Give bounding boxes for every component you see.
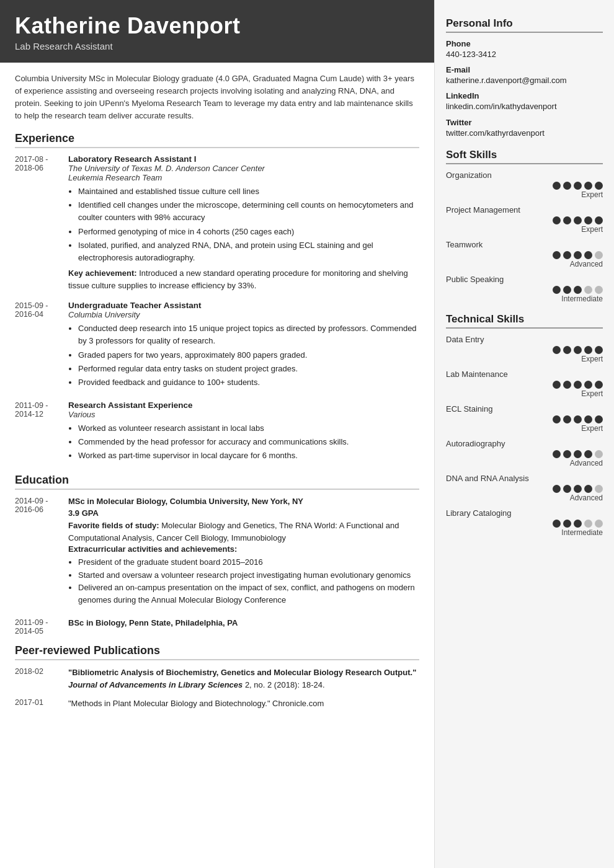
skill-dots xyxy=(553,251,603,259)
skill-dots xyxy=(553,520,603,528)
filled-dot xyxy=(574,216,582,224)
skill-dots-wrap: Expert xyxy=(446,182,603,199)
publication-item: 2018-02"Bibliometric Analysis of Biochem… xyxy=(15,666,419,691)
publications-section-title: Peer-reviewed Publications xyxy=(15,644,419,660)
skill-dots-wrap: Intermediate xyxy=(446,520,603,537)
filled-dot xyxy=(574,182,582,190)
filled-dot xyxy=(595,182,603,190)
job-title: Lab Research Assistant xyxy=(15,41,419,51)
exp-bullet-item: Worked as volunteer research assistant i… xyxy=(78,422,419,435)
exp-date: 2017-08 - 2018-06 xyxy=(15,154,68,292)
pub-date: 2018-02 xyxy=(15,666,68,691)
filled-dot xyxy=(553,286,561,294)
skill-dots xyxy=(553,346,603,354)
edu-degree: BSc in Biology, Penn State, Philadelphia… xyxy=(68,618,419,629)
filled-dot xyxy=(574,450,582,458)
experience-item: 2011-09 - 2014-12Research Assistant Expe… xyxy=(15,401,419,465)
skill-dots xyxy=(553,415,603,423)
skill-name: Public Speaking xyxy=(446,275,603,284)
pub-content: "Methods in Plant Molecular Biology and … xyxy=(68,698,419,710)
skill-dots-wrap: Expert xyxy=(446,415,603,433)
publication-item: 2017-01"Methods in Plant Molecular Biolo… xyxy=(15,698,419,710)
exp-bullet-item: Commended by the head professor for accu… xyxy=(78,436,419,448)
skill-level: Expert xyxy=(581,355,603,363)
edu-bullet-item: President of the graduate student board … xyxy=(78,556,419,569)
twitter-label: Twitter xyxy=(446,118,603,127)
skill-name: Library Cataloging xyxy=(446,508,603,518)
exp-bullet-item: Performed genotyping of mice in 4 cohort… xyxy=(78,226,419,238)
empty-dot xyxy=(595,286,603,294)
skill-level: Intermediate xyxy=(561,528,603,537)
exp-key-achievement: Key achievement: Introduced a new standa… xyxy=(68,267,419,292)
skill-row: DNA and RNA AnalysisAdvanced xyxy=(446,474,603,502)
twitter-value: twitter.com/kathyrdavenport xyxy=(446,128,603,139)
skill-level: Advanced xyxy=(570,459,603,467)
exp-bullet-item: Graded papers for two years, approximate… xyxy=(78,349,419,361)
pub-content: "Bibliometric Analysis of Biochemistry, … xyxy=(68,666,419,691)
skill-name: Teamwork xyxy=(446,240,603,249)
soft-skills-container: OrganizationExpertProject ManagementExpe… xyxy=(446,170,603,303)
personal-info-title: Personal Info xyxy=(446,17,603,33)
skill-dots xyxy=(553,381,603,389)
skill-dots-wrap: Intermediate xyxy=(446,286,603,303)
filled-dot xyxy=(553,450,561,458)
filled-dot xyxy=(595,216,603,224)
filled-dot xyxy=(595,346,603,354)
exp-bullet-item: Isolated, purified, and analyzed RNA, DN… xyxy=(78,239,419,264)
skill-dots xyxy=(553,286,603,294)
skill-row: ECL StainingExpert xyxy=(446,404,603,433)
resume-header: Katherine Davenport Lab Research Assista… xyxy=(0,0,434,63)
empty-dot xyxy=(584,286,592,294)
linkedin-value: linkedin.com/in/kathydavenport xyxy=(446,101,603,112)
filled-dot xyxy=(553,381,561,389)
skill-dots-wrap: Advanced xyxy=(446,251,603,268)
skill-dots xyxy=(553,450,603,458)
filled-dot xyxy=(595,381,603,389)
edu-bullet-item: Delivered an on-campus presentation on t… xyxy=(78,582,419,606)
exp-bullet-item: Maintained and established tissue cultur… xyxy=(78,185,419,198)
exp-title: Research Assistant Experience xyxy=(68,401,419,410)
left-column: Katherine Davenport Lab Research Assista… xyxy=(0,0,434,868)
filled-dot xyxy=(563,415,571,423)
skill-level: Advanced xyxy=(570,260,603,268)
skill-row: Lab MaintenanceExpert xyxy=(446,370,603,398)
empty-dot xyxy=(595,520,603,528)
education-item: 2014-09 - 2016-06MSc in Molecular Biolog… xyxy=(15,496,419,609)
exp-bullet-item: Conducted deep research into 15 unique p… xyxy=(78,322,419,347)
summary-text: Columbia University MSc in Molecular Bio… xyxy=(15,73,419,123)
email-label: E-mail xyxy=(446,65,603,74)
skill-row: AutoradiographyAdvanced xyxy=(446,439,603,467)
pub-date: 2017-01 xyxy=(15,698,68,710)
exp-content: Research Assistant ExperienceVariousWork… xyxy=(68,401,419,465)
left-body: Columbia University MSc in Molecular Bio… xyxy=(0,63,434,729)
filled-dot xyxy=(574,286,582,294)
filled-dot xyxy=(574,415,582,423)
resume-page: Katherine Davenport Lab Research Assista… xyxy=(0,0,614,868)
experience-container: 2017-08 - 2018-06Laboratory Research Ass… xyxy=(15,154,419,465)
phone-label: Phone xyxy=(446,39,603,48)
education-section-title: Education xyxy=(15,474,419,490)
exp-title: Undergraduate Teacher Assistant xyxy=(68,301,419,310)
skill-dots xyxy=(553,182,603,190)
empty-dot xyxy=(595,485,603,493)
technical-skills-title: Technical Skills xyxy=(446,313,603,329)
filled-dot xyxy=(574,485,582,493)
filled-dot xyxy=(553,251,561,259)
filled-dot xyxy=(563,450,571,458)
skill-name: ECL Staining xyxy=(446,404,603,414)
exp-team: Leukemia Research Team xyxy=(68,173,419,182)
filled-dot xyxy=(553,520,561,528)
skill-row: Project ManagementExpert xyxy=(446,205,603,234)
skill-row: TeamworkAdvanced xyxy=(446,240,603,268)
filled-dot xyxy=(584,251,592,259)
skill-name: Organization xyxy=(446,170,603,180)
skill-dots-wrap: Expert xyxy=(446,346,603,363)
exp-company: Columbia University xyxy=(68,310,419,319)
empty-dot xyxy=(584,520,592,528)
exp-bullets: Worked as volunteer research assistant i… xyxy=(78,422,419,462)
filled-dot xyxy=(584,216,592,224)
filled-dot xyxy=(563,251,571,259)
edu-date: 2014-09 - 2016-06 xyxy=(15,496,68,609)
publications-container: 2018-02"Bibliometric Analysis of Biochem… xyxy=(15,666,419,710)
exp-bullets: Maintained and established tissue cultur… xyxy=(78,185,419,264)
